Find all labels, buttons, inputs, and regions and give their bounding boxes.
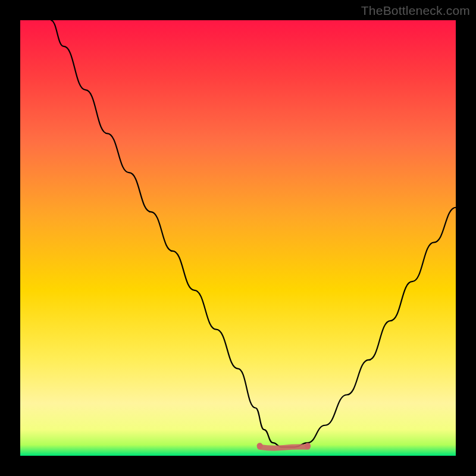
- plot-svg: [20, 20, 456, 456]
- svg-point-1: [305, 443, 311, 449]
- gradient-background: [20, 20, 456, 456]
- svg-point-0: [257, 443, 263, 449]
- plot-area: [20, 20, 456, 456]
- watermark-label: TheBottleneck.com: [361, 4, 470, 18]
- chart-frame: TheBottleneck.com: [0, 0, 476, 476]
